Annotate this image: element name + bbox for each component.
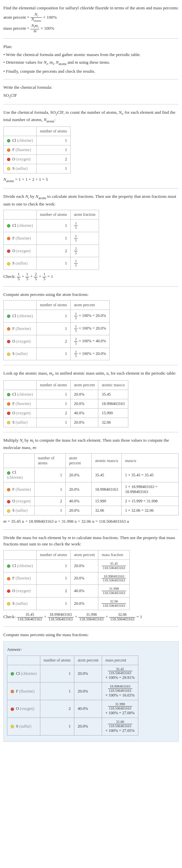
table-row: O (oxygen)240.0%15.9992 × 15.999 = 31.99… bbox=[4, 497, 179, 506]
plan-heading: Plan: bbox=[3, 43, 179, 50]
element-dot bbox=[7, 402, 10, 406]
element-cell: F (fluorine) bbox=[7, 683, 40, 700]
divider bbox=[3, 432, 179, 432]
atom-fractions-text: Divide each Ni by Natoms to calculate at… bbox=[3, 193, 179, 207]
chemical-formula: SO2ClF bbox=[3, 92, 179, 99]
element-cell: Cl (chlorine) bbox=[4, 559, 37, 572]
table-row: Cl (chlorine)120.0%35.45118.506403163× 1… bbox=[7, 665, 138, 683]
element-cell: F (fluorine) bbox=[4, 146, 37, 155]
table-row: Cl (chlorine)120.0%35.45118.506403163 bbox=[4, 559, 130, 572]
element-dot bbox=[7, 509, 10, 513]
element-cell: F (fluorine) bbox=[4, 483, 35, 497]
element-cell: O (oxygen) bbox=[4, 497, 35, 506]
element-dot bbox=[7, 602, 10, 606]
table-row: O (oxygen)225 bbox=[4, 245, 99, 257]
element-cell: O (oxygen) bbox=[4, 155, 37, 164]
element-dot bbox=[7, 327, 10, 331]
write-formula-heading: Write the chemical formula: bbox=[3, 84, 179, 91]
table-row: S (sulfur)1 bbox=[4, 164, 71, 174]
element-dot bbox=[7, 421, 10, 424]
table-row: O (oxygen)2 bbox=[4, 155, 71, 164]
element-cell: S (sulfur) bbox=[4, 348, 37, 360]
element-cell: F (fluorine) bbox=[4, 572, 37, 585]
table-row: Cl (chlorine)120.0%35.451 × 35.45 = 35.4… bbox=[4, 468, 179, 483]
element-dot bbox=[7, 352, 10, 356]
element-dot bbox=[11, 708, 14, 711]
mass-fraction-check: Check: 35.45118.506403163 + 18.998403163… bbox=[3, 613, 179, 622]
mass-fractions-table: number of atomsatom percentmass fraction… bbox=[3, 550, 130, 610]
mass-percents-text: Compute mass percents using the mass fra… bbox=[3, 631, 179, 638]
mass-percent-formula: mass percent = Nimim × 100% bbox=[3, 24, 179, 34]
table-row: F (fluorine)115 bbox=[4, 232, 99, 245]
element-dot bbox=[7, 158, 10, 161]
table-row: S (sulfur)115 × 100% = 20.0% bbox=[4, 348, 110, 360]
table-row: O (oxygen)240.0%31.998118.506403163× 100… bbox=[7, 700, 138, 718]
plan-b3: • Finally, compute the percents and chec… bbox=[3, 68, 179, 75]
element-cell: O (oxygen) bbox=[4, 585, 37, 597]
table-row: Cl (chlorine)115 × 100% = 20.0% bbox=[4, 310, 110, 322]
element-dot bbox=[7, 412, 10, 415]
table-row: S (sulfur)120.0%32.061 × 32.06 = 32.06 bbox=[4, 506, 179, 516]
table-row: F (fluorine)120.0%18.9984031631 × 18.998… bbox=[4, 483, 179, 497]
element-dot bbox=[7, 167, 10, 170]
element-cell: O (oxygen) bbox=[7, 700, 40, 718]
element-dot bbox=[7, 340, 10, 343]
table-row: S (sulfur)120.0%32.06 bbox=[4, 417, 128, 427]
table-row: S (sulfur)120.0%32.06118.506403163 bbox=[4, 597, 130, 610]
element-cell: Cl (chlorine) bbox=[7, 665, 40, 683]
atomic-mass-text: Look up the atomic mass, mi, in unified … bbox=[3, 370, 179, 377]
table-row: Cl (chlorine)1 bbox=[4, 136, 71, 146]
table-row: O (oxygen)240.0%15.999 bbox=[4, 408, 128, 417]
count-atoms-text: Use the chemical formula, SO2ClF, to cou… bbox=[3, 109, 179, 124]
intro-text: Find the elemental composition for sulfu… bbox=[3, 5, 179, 11]
element-cell: Cl (chlorine) bbox=[4, 219, 37, 232]
divider bbox=[3, 79, 179, 80]
table-row: S (sulfur)115 bbox=[4, 257, 99, 270]
element-cell: O (oxygen) bbox=[4, 335, 37, 348]
element-cell: S (sulfur) bbox=[4, 597, 37, 610]
table-row: F (fluorine)115 × 100% = 20.0% bbox=[4, 322, 110, 335]
element-cell: Cl (chlorine) bbox=[4, 310, 37, 322]
divider bbox=[3, 529, 179, 530]
element-cell: S (sulfur) bbox=[4, 164, 37, 174]
element-cell: F (fluorine) bbox=[4, 232, 37, 245]
element-cell: Cl (chlorine) bbox=[4, 390, 37, 399]
divider bbox=[3, 188, 179, 188]
plan-b1: • Write the chemical formula and gather … bbox=[3, 51, 179, 58]
element-dot bbox=[7, 393, 10, 396]
element-dot bbox=[7, 250, 10, 253]
atom-percents-table: number of atomsatom percent Cl (chlorine… bbox=[3, 300, 110, 360]
element-dot bbox=[7, 149, 10, 152]
m-eq: m = 35.45 u + 18.998403163 u + 31.998 u … bbox=[3, 518, 179, 525]
element-dot bbox=[7, 589, 10, 593]
answer-box: Answer: number of atomsatom percentmass … bbox=[3, 641, 179, 742]
atom-fraction-check: Check: 15 + 15 + 25 + 15 = 1 bbox=[3, 273, 179, 282]
table-row: O (oxygen)240.0%31.998118.506403163 bbox=[4, 585, 130, 597]
divider bbox=[3, 626, 179, 627]
atom-fractions-table: number of atomsatom fraction Cl (chlorin… bbox=[3, 210, 99, 270]
element-cell: O (oxygen) bbox=[4, 408, 37, 417]
mol-mass-table: number of atomsatom percentatomic mass/u… bbox=[3, 453, 179, 516]
mass-fractions-text: Divide the mass for each element by m to… bbox=[3, 534, 179, 548]
element-dot bbox=[7, 315, 10, 318]
atom-percent-formula: atom percent = NiNatoms × 100% bbox=[3, 13, 179, 23]
mol-mass-text: Multiply Ni by mi to compute the mass fo… bbox=[3, 437, 179, 451]
element-cell: Cl (chlorine) bbox=[4, 468, 35, 483]
table-row: F (fluorine)120.0%18.998403163118.506403… bbox=[7, 683, 138, 700]
element-dot bbox=[11, 725, 14, 728]
atomic-mass-table: number of atomsatom percentatomic mass/u… bbox=[3, 380, 128, 427]
n-atoms-eq: Natoms = 1 + 1 + 2 + 1 = 5 bbox=[3, 176, 179, 184]
table-row: S (sulfur)120.0%32.06118.506403163× 100%… bbox=[7, 718, 138, 735]
element-dot bbox=[7, 471, 10, 475]
divider bbox=[3, 38, 179, 39]
element-cell: Cl (chlorine) bbox=[4, 136, 37, 146]
table-row: Cl (chlorine)115 bbox=[4, 219, 99, 232]
divider bbox=[3, 286, 179, 286]
element-dot bbox=[7, 500, 10, 503]
table-row: F (fluorine)120.0%18.998403163118.506403… bbox=[4, 572, 130, 585]
element-cell: S (sulfur) bbox=[7, 718, 40, 735]
element-cell: O (oxygen) bbox=[4, 245, 37, 257]
element-dot bbox=[7, 224, 10, 227]
table-row: Cl (chlorine)120.0%35.45 bbox=[4, 390, 128, 399]
element-cell: F (fluorine) bbox=[4, 399, 37, 408]
